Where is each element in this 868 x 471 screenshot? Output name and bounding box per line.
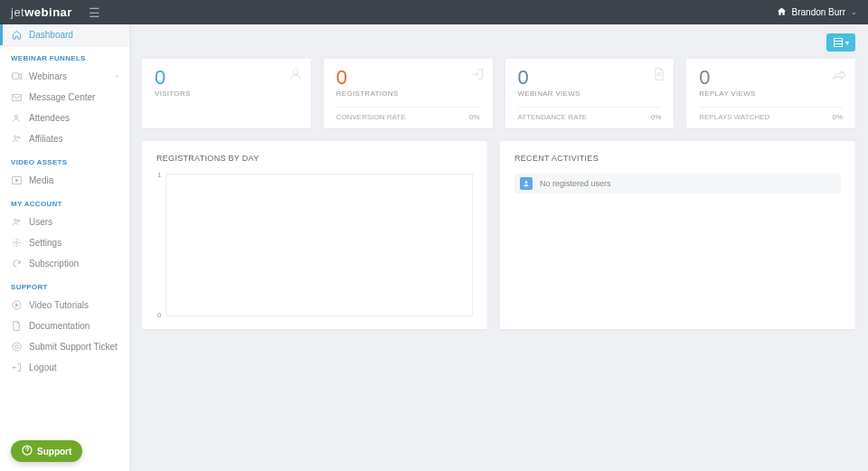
refresh-icon — [11, 259, 22, 268]
video-icon — [11, 72, 22, 80]
stat-value: 0 — [518, 68, 662, 88]
stat-value: 0 — [699, 68, 843, 88]
hamburger-icon[interactable]: ☰ — [89, 5, 100, 20]
users-icon — [11, 217, 22, 227]
support-button[interactable]: Support — [11, 440, 82, 462]
sidebar-label: Subscription — [29, 259, 79, 268]
sidebar-label: Submit Support Ticket — [29, 342, 118, 352]
stat-sub-value: 0% — [469, 113, 480, 121]
svg-point-15 — [293, 70, 298, 75]
svg-rect-1 — [12, 94, 21, 100]
sidebar-label: Message Center — [29, 92, 95, 102]
toolbar: ▾ — [142, 33, 855, 52]
support-label: Support — [37, 447, 71, 457]
sidebar-item-submit-ticket[interactable]: Submit Support Ticket — [0, 336, 129, 357]
stat-webinar-views: 0 WEBINAR VIEWS ATTENDANCE RATE 0% — [505, 59, 675, 128]
profile-icon — [289, 68, 302, 84]
home-outline-icon — [11, 30, 22, 40]
layout-toggle-button[interactable]: ▾ — [826, 33, 855, 52]
sidebar-section-support: SUPPORT — [0, 274, 129, 295]
brand-bold: webinar — [24, 5, 72, 19]
svg-point-3 — [14, 136, 16, 138]
users-icon — [11, 134, 22, 144]
sidebar-item-message-center[interactable]: Message Center — [0, 87, 129, 108]
stats-row: 0 VISITORS 0 REGISTRATIONS CONVERSION RA… — [142, 59, 855, 128]
sidebar-item-logout[interactable]: Logout — [0, 357, 129, 378]
user-badge-icon — [520, 177, 533, 190]
chevron-down-icon: ⌄ — [851, 8, 857, 16]
life-ring-icon — [11, 342, 22, 352]
sidebar-label: Attendees — [29, 113, 70, 123]
chevron-left-icon: ‹ — [116, 72, 118, 80]
document-icon — [11, 321, 22, 331]
svg-point-16 — [525, 181, 528, 184]
sidebar-item-affiliates[interactable]: Affiliates — [0, 128, 129, 149]
grid-icon — [834, 34, 843, 51]
envelope-icon — [11, 94, 22, 101]
svg-point-10 — [12, 343, 20, 351]
stat-sub-value: 0% — [832, 113, 843, 121]
activity-text: No registered users — [540, 179, 611, 188]
svg-point-4 — [17, 137, 19, 138]
svg-point-11 — [14, 345, 18, 349]
main-content: ▾ 0 VISITORS 0 REGISTRATIONS CONVERSION … — [129, 24, 868, 471]
sidebar-item-webinars[interactable]: Webinars ‹ — [0, 66, 129, 87]
login-icon — [471, 68, 484, 84]
stat-sub-label: REPLAYS WATCHED — [699, 113, 769, 121]
sidebar-item-video-tutorials[interactable]: Video Tutorials — [0, 295, 129, 316]
user-name: Brandon Burr — [792, 7, 845, 17]
help-icon — [22, 445, 33, 457]
media-icon — [11, 176, 22, 184]
sidebar-item-settings[interactable]: Settings — [0, 232, 129, 253]
svg-point-7 — [17, 220, 19, 221]
chevron-down-icon: ▾ — [845, 39, 849, 47]
share-icon — [832, 68, 846, 84]
sidebar-item-attendees[interactable]: Attendees — [0, 108, 129, 128]
sidebar-section-account: MY ACCOUNT — [0, 191, 129, 212]
chart-y-max: 1 — [157, 171, 161, 179]
sidebar-label: Users — [29, 217, 52, 227]
sidebar-section-funnels: WEBINAR FUNNELS — [0, 45, 129, 66]
sidebar-section-assets: VIDEO ASSETS — [0, 149, 129, 170]
sidebar-label: Documentation — [29, 321, 90, 331]
stat-label: REGISTRATIONS — [336, 89, 480, 98]
stat-label: WEBINAR VIEWS — [518, 89, 662, 98]
panels-row: REGISTRATIONS BY DAY 1 0 RECENT ACTIVITI… — [142, 141, 855, 329]
svg-point-2 — [14, 115, 17, 118]
svg-rect-0 — [12, 73, 18, 79]
play-circle-icon — [11, 300, 22, 310]
sidebar-item-dashboard[interactable]: Dashboard — [0, 24, 129, 45]
panel-registrations-chart: REGISTRATIONS BY DAY 1 0 — [142, 141, 487, 329]
stat-label: REPLAY VIEWS — [699, 89, 843, 98]
sidebar-item-users[interactable]: Users — [0, 212, 129, 232]
panel-title: REGISTRATIONS BY DAY — [156, 154, 473, 163]
stat-value: 0 — [336, 68, 480, 88]
sidebar-label: Media — [29, 175, 53, 185]
sidebar-label: Logout — [29, 363, 57, 372]
stat-replay-views: 0 REPLAY VIEWS REPLAYS WATCHED 0% — [686, 59, 855, 128]
user-menu[interactable]: Brandon Burr ⌄ — [777, 6, 857, 18]
document-icon — [654, 68, 665, 84]
chart-y-min: 0 — [157, 311, 161, 319]
stat-value: 0 — [155, 68, 298, 88]
sidebar-item-documentation[interactable]: Documentation — [0, 316, 129, 336]
sidebar-label: Video Tutorials — [29, 300, 89, 310]
sidebar-item-subscription[interactable]: Subscription — [0, 253, 129, 274]
sidebar-label: Webinars — [29, 71, 67, 81]
home-icon — [777, 6, 787, 18]
sidebar-label: Affiliates — [29, 134, 63, 144]
svg-point-6 — [14, 219, 16, 221]
user-icon — [11, 113, 22, 123]
panel-recent-activities: RECENT ACTIVITIES No registered users — [500, 141, 855, 329]
stat-sub-label: ATTENDANCE RATE — [518, 113, 588, 121]
sidebar-item-media[interactable]: Media — [0, 170, 129, 191]
stat-registrations: 0 REGISTRATIONS CONVERSION RATE 0% — [324, 59, 493, 128]
topbar: jetwebinar ☰ Brandon Burr ⌄ — [0, 0, 868, 24]
sidebar: Dashboard WEBINAR FUNNELS Webinars ‹ Mes… — [0, 24, 129, 471]
sidebar-label: Dashboard — [29, 30, 73, 40]
panel-title: RECENT ACTIVITIES — [514, 154, 841, 163]
stat-visitors: 0 VISITORS — [142, 59, 311, 128]
stat-sub-value: 0% — [651, 113, 662, 121]
stat-sub-label: CONVERSION RATE — [336, 113, 406, 121]
activity-empty-row: No registered users — [514, 174, 841, 193]
